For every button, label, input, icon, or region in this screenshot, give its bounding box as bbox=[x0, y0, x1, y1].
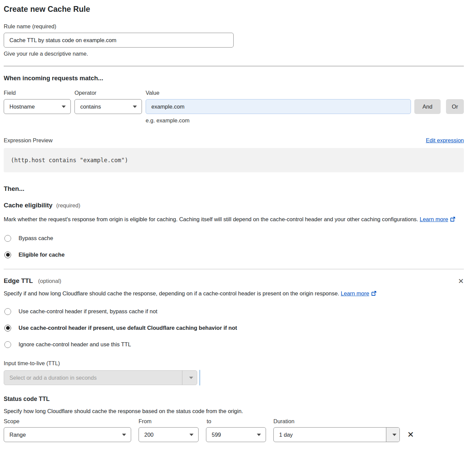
rule-name-help: Give your rule a descriptive name. bbox=[4, 51, 464, 57]
ttl-dropdown-button[interactable] bbox=[182, 371, 197, 385]
cache-eligibility-description-text: Mark whether the request's response from… bbox=[4, 216, 418, 222]
external-link-icon bbox=[450, 215, 455, 225]
radio-option-bypass-cache[interactable]: Bypass cache bbox=[4, 230, 464, 246]
and-button[interactable]: And bbox=[414, 99, 441, 114]
expression-code: (http.host contains "example.com") bbox=[11, 157, 128, 164]
cache-eligibility-options: Bypass cache Eligible for cache bbox=[4, 230, 464, 263]
edge-ttl-learn-more-link[interactable]: Learn more bbox=[341, 290, 369, 296]
radio-checked-icon[interactable] bbox=[4, 325, 11, 331]
edge-ttl-options: Use cache-control header if present, byp… bbox=[4, 303, 464, 353]
radio-unchecked-icon[interactable] bbox=[4, 308, 11, 315]
status-code-ttl-description: Specify how long Cloudflare should cache… bbox=[4, 408, 464, 414]
rule-name-input[interactable] bbox=[4, 33, 234, 48]
edit-expression-link[interactable]: Edit expression bbox=[426, 137, 464, 144]
chevron-down-icon bbox=[62, 106, 66, 108]
remove-rule-icon[interactable]: ✕ bbox=[407, 431, 414, 439]
ttl-input-caret bbox=[199, 370, 200, 385]
field-select[interactable]: Hostname bbox=[4, 99, 71, 114]
to-select-value: 599 bbox=[212, 432, 221, 438]
chevron-down-icon bbox=[189, 377, 193, 379]
match-controls-row: Hostname contains And Or bbox=[4, 99, 464, 114]
cache-eligibility-description: Mark whether the request's response from… bbox=[4, 214, 459, 225]
optional-tag: (optional) bbox=[38, 278, 61, 284]
cache-eligibility-learn-more-link[interactable]: Learn more bbox=[420, 216, 448, 222]
external-link-icon bbox=[371, 289, 377, 299]
radio-label: Bypass cache bbox=[19, 235, 53, 241]
chevron-down-icon bbox=[189, 434, 194, 436]
field-select-value: Hostname bbox=[9, 104, 35, 110]
radio-unchecked-icon[interactable] bbox=[4, 341, 11, 348]
cache-eligibility-heading: Cache eligibility bbox=[4, 202, 53, 209]
scope-label: Scope bbox=[4, 418, 139, 425]
operator-select[interactable]: contains bbox=[75, 99, 142, 114]
status-code-controls-row: Range 200 599 1 day ✕ bbox=[4, 427, 464, 442]
expression-code-block: (http.host contains "example.com") bbox=[4, 148, 464, 172]
ttl-duration-placeholder: Select or add a duration in seconds bbox=[4, 371, 182, 385]
section-divider bbox=[4, 269, 464, 269]
value-help: e.g. example.com bbox=[146, 117, 464, 124]
edge-ttl-heading: Edge TTL bbox=[4, 277, 33, 284]
status-code-labels-row: Scope From to Duration bbox=[4, 418, 464, 425]
expression-row: Expression Preview Edit expression bbox=[4, 137, 464, 144]
radio-label: Use cache-control header if present, use… bbox=[19, 325, 237, 331]
operator-select-value: contains bbox=[80, 104, 101, 110]
to-select[interactable]: 599 bbox=[206, 427, 266, 442]
from-label: From bbox=[139, 418, 207, 425]
status-code-ttl-heading: Status code TTL bbox=[4, 396, 464, 403]
radio-label: Use cache-control header if present, byp… bbox=[19, 308, 157, 315]
radio-label: Ignore cache-control header and use this… bbox=[19, 341, 131, 348]
chevron-down-icon bbox=[257, 434, 261, 436]
from-select-value: 200 bbox=[144, 432, 154, 438]
edge-ttl-description: Specify if and how long Cloudflare shoul… bbox=[4, 289, 378, 299]
ttl-input-label: Input time-to-live (TTL) bbox=[4, 360, 464, 367]
then-heading: Then... bbox=[4, 185, 464, 193]
radio-option-default-if-no-header[interactable]: Use cache-control header if present, use… bbox=[4, 320, 464, 336]
ttl-input-row: Select or add a duration in seconds bbox=[4, 370, 464, 385]
radio-checked-icon[interactable] bbox=[4, 252, 11, 258]
rule-name-label: Rule name (required) bbox=[4, 23, 464, 30]
expression-preview-label: Expression Preview bbox=[4, 137, 53, 144]
value-input[interactable] bbox=[146, 99, 411, 114]
scope-select-value: Range bbox=[9, 432, 26, 438]
duration-select[interactable]: 1 day bbox=[273, 427, 400, 442]
duration-dropdown-button[interactable] bbox=[386, 428, 399, 442]
edge-ttl-heading-row: Edge TTL (optional) ✕ bbox=[4, 277, 464, 285]
field-label: Field bbox=[4, 90, 75, 96]
radio-label: Eligible for cache bbox=[19, 252, 65, 258]
chevron-down-icon bbox=[392, 434, 396, 436]
chevron-down-icon bbox=[133, 106, 137, 108]
edge-ttl-description-text: Specify if and how long Cloudflare shoul… bbox=[4, 290, 339, 296]
required-tag: (required) bbox=[56, 202, 81, 209]
duration-label: Duration bbox=[273, 418, 294, 425]
to-label: to bbox=[207, 418, 273, 425]
from-select[interactable]: 200 bbox=[139, 427, 199, 442]
duration-select-value: 1 day bbox=[274, 428, 386, 442]
match-heading: When incoming requests match... bbox=[4, 75, 464, 82]
section-divider bbox=[4, 66, 464, 66]
radio-option-eligible-for-cache[interactable]: Eligible for cache bbox=[4, 246, 464, 263]
value-label: Value bbox=[146, 90, 464, 96]
close-icon[interactable]: ✕ bbox=[458, 278, 464, 285]
scope-select[interactable]: Range bbox=[4, 427, 131, 442]
cache-eligibility-heading-row: Cache eligibility (required) bbox=[4, 202, 464, 209]
page-title: Create new Cache Rule bbox=[4, 5, 464, 14]
radio-option-ignore-header-use-ttl[interactable]: Ignore cache-control header and use this… bbox=[4, 336, 464, 353]
radio-unchecked-icon[interactable] bbox=[4, 235, 11, 242]
radio-option-bypass-if-no-header[interactable]: Use cache-control header if present, byp… bbox=[4, 303, 464, 320]
chevron-down-icon bbox=[122, 434, 126, 436]
operator-label: Operator bbox=[75, 90, 146, 96]
or-button[interactable]: Or bbox=[446, 99, 464, 114]
match-labels-row: Field Operator Value bbox=[4, 90, 464, 96]
ttl-duration-select[interactable]: Select or add a duration in seconds bbox=[4, 370, 197, 385]
